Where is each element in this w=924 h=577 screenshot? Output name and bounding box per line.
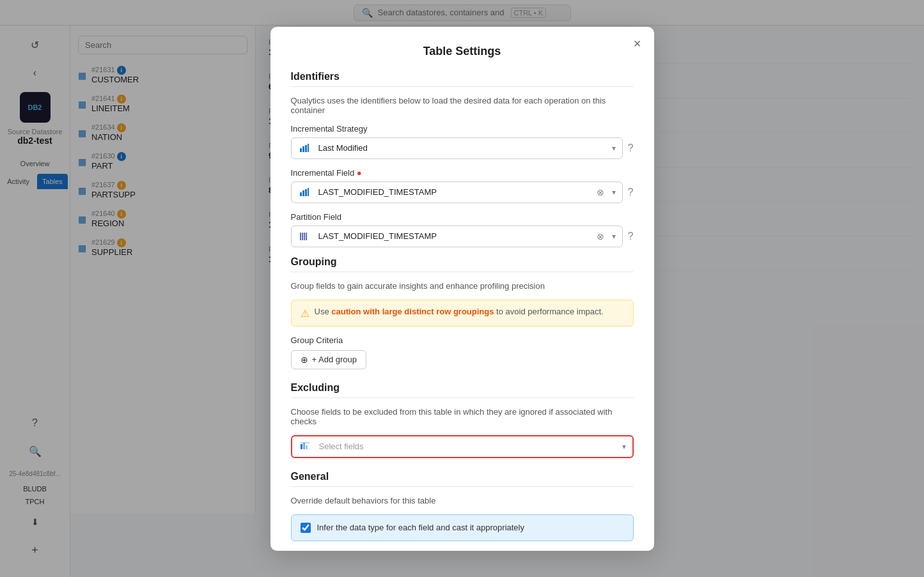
required-marker: ● bbox=[357, 168, 362, 178]
grouping-desc: Group fields to gain accurate insights a… bbox=[291, 281, 634, 291]
bar-chart-icon bbox=[299, 187, 309, 197]
svg-rect-15 bbox=[301, 442, 309, 443]
partition-field-select[interactable]: LAST_MODIFIED_TIMESTAMP ⊗ ▾ bbox=[291, 226, 623, 247]
modal-overlay: × Table Settings Identifiers Qualytics u… bbox=[0, 0, 924, 577]
add-group-button[interactable]: ⊕ + Add group bbox=[291, 350, 366, 369]
svg-rect-5 bbox=[302, 190, 304, 196]
excluding-field-row: Select fields ▾ bbox=[291, 435, 634, 458]
general-desc: Override default behaviors for this tabl… bbox=[291, 496, 634, 505]
identifiers-divider bbox=[291, 86, 634, 87]
modal-close-button[interactable]: × bbox=[634, 37, 641, 50]
clear-incremental-field-button[interactable]: ⊗ bbox=[597, 187, 604, 197]
grouping-section-title: Grouping bbox=[291, 256, 634, 268]
select-fields-placeholder: Select fields bbox=[319, 442, 609, 451]
incremental-field-select[interactable]: LAST_MODIFIED_TIMESTAMP ⊗ ▾ bbox=[291, 181, 623, 203]
chevron-down-icon: ▾ bbox=[612, 232, 616, 241]
excluding-desc: Choose fields to be excluded from this t… bbox=[291, 407, 634, 426]
clear-partition-field-button[interactable]: ⊗ bbox=[597, 231, 604, 242]
table-settings-modal: × Table Settings Identifiers Qualytics u… bbox=[270, 27, 654, 551]
incremental-field-value: LAST_MODIFIED_TIMESTAMP bbox=[318, 187, 599, 197]
grouping-divider bbox=[291, 272, 634, 272]
excluding-section-title: Excluding bbox=[291, 382, 634, 394]
partition-field-help-icon[interactable]: ? bbox=[628, 231, 634, 242]
identifiers-section-title: Identifiers bbox=[291, 71, 634, 82]
chevron-down-icon: ▾ bbox=[612, 188, 616, 197]
svg-rect-3 bbox=[308, 144, 309, 152]
partition-field-label: Partition Field bbox=[291, 212, 634, 222]
chevron-down-icon: ▾ bbox=[612, 144, 616, 153]
svg-rect-10 bbox=[304, 233, 305, 240]
incremental-strategy-label: Incremental Strategy bbox=[291, 124, 634, 134]
incremental-strategy-help-icon[interactable]: ? bbox=[628, 142, 634, 154]
svg-rect-6 bbox=[305, 189, 307, 196]
group-criteria-label: Group Criteria bbox=[291, 335, 634, 345]
svg-rect-2 bbox=[305, 145, 307, 152]
incremental-strategy-value: Last Modified bbox=[318, 143, 599, 153]
incremental-field-help-icon[interactable]: ? bbox=[628, 187, 634, 198]
svg-rect-7 bbox=[308, 188, 309, 196]
svg-rect-1 bbox=[302, 146, 304, 152]
svg-rect-11 bbox=[306, 233, 307, 240]
partition-field-row: LAST_MODIFIED_TIMESTAMP ⊗ ▾ ? bbox=[291, 226, 634, 247]
modal-title: Table Settings bbox=[291, 45, 634, 58]
select-fields-dropdown[interactable]: Select fields ▾ bbox=[291, 435, 634, 458]
warning-icon: ⚠ bbox=[301, 307, 309, 319]
incremental-field-row: LAST_MODIFIED_TIMESTAMP ⊗ ▾ ? bbox=[291, 181, 634, 203]
svg-rect-4 bbox=[300, 192, 302, 196]
add-group-label: + Add group bbox=[312, 355, 357, 364]
general-section-title: General bbox=[291, 471, 634, 482]
fields-select-icon bbox=[300, 442, 310, 452]
partition-field-value: LAST_MODIFIED_TIMESTAMP bbox=[318, 231, 599, 241]
svg-rect-9 bbox=[302, 233, 303, 240]
svg-rect-0 bbox=[300, 148, 302, 152]
identifiers-desc: Qualytics uses the identifiers below to … bbox=[291, 96, 634, 115]
svg-rect-12 bbox=[301, 444, 302, 449]
bar-chart-icon bbox=[299, 143, 309, 153]
excluding-divider bbox=[291, 397, 634, 398]
infer-datatype-checkbox[interactable] bbox=[301, 523, 311, 533]
plus-icon: ⊕ bbox=[301, 355, 308, 365]
grouping-warning-box: ⚠ Use caution with large distinct row gr… bbox=[291, 300, 634, 327]
svg-rect-13 bbox=[303, 443, 305, 449]
svg-rect-8 bbox=[300, 233, 301, 240]
incremental-field-label: Incremental Field ● bbox=[291, 168, 634, 178]
warning-bold-text: caution with large distinct row grouping… bbox=[331, 307, 494, 316]
partition-icon bbox=[299, 231, 309, 242]
infer-datatype-row: Infer the data type for each field and c… bbox=[291, 514, 634, 541]
chevron-down-icon: ▾ bbox=[622, 442, 626, 451]
infer-datatype-label: Infer the data type for each field and c… bbox=[317, 523, 524, 532]
warning-text: Use caution with large distinct row grou… bbox=[315, 307, 604, 316]
svg-rect-14 bbox=[306, 445, 308, 449]
incremental-strategy-row: Last Modified ▾ ? bbox=[291, 137, 634, 159]
general-divider bbox=[291, 486, 634, 487]
incremental-strategy-select[interactable]: Last Modified ▾ bbox=[291, 137, 623, 159]
